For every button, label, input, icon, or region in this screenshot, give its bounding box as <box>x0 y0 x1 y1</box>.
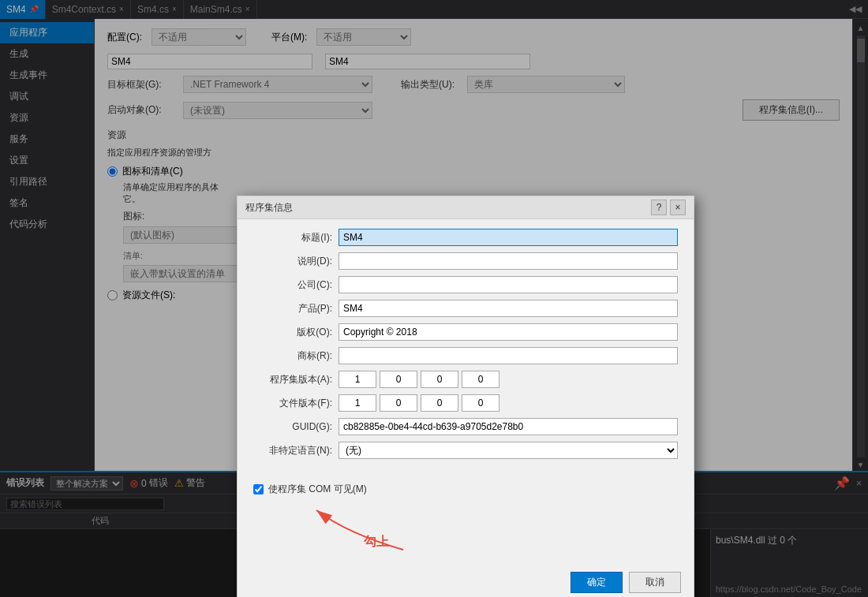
dialog-guid-row: GUID(G): <box>253 418 678 435</box>
file-version-inputs <box>339 394 678 412</box>
dialog-product-row: 产品(P): <box>253 300 678 317</box>
file-ver-build[interactable] <box>421 394 458 412</box>
assembly-ver-build[interactable] <box>421 371 458 388</box>
product-field-label: 产品(P): <box>253 302 332 315</box>
company-field-label: 公司(C): <box>253 278 332 292</box>
file-ver-revision[interactable] <box>462 394 499 412</box>
file-ver-major[interactable] <box>339 394 376 412</box>
dialog-title-row: 标题(I): <box>253 229 678 246</box>
assembly-ver-major[interactable] <box>339 371 376 388</box>
title-field-input[interactable] <box>339 229 678 246</box>
dialog-description-row: 说明(D): <box>253 252 678 270</box>
dialog-content: 标题(I): 说明(D): 公司(C): 产品(P): 版权(O): <box>238 219 694 475</box>
description-field-label: 说明(D): <box>253 255 332 268</box>
dialog-title: 程序集信息 <box>245 201 293 215</box>
cancel-button[interactable]: 取消 <box>629 572 681 593</box>
neutral-lang-select[interactable]: (无) <box>339 442 678 459</box>
dialog-help-button[interactable]: ? <box>651 200 667 215</box>
dialog-neutral-lang-row: 非特定语言(N): (无) <box>253 442 678 459</box>
product-field-input[interactable] <box>339 300 678 317</box>
dialog-titlebar: 程序集信息 ? × <box>238 196 694 219</box>
assembly-ver-revision[interactable] <box>462 371 499 388</box>
guid-field-input[interactable] <box>339 418 678 435</box>
dialog-close-button[interactable]: × <box>670 200 686 215</box>
assembly-version-inputs <box>339 371 678 388</box>
trademark-field-label: 商标(R): <box>253 349 332 363</box>
dialog-overlay: 程序集信息 ? × 标题(I): 说明(D): <box>0 0 868 597</box>
dialog-assembly-version-row: 程序集版本(A): <box>253 371 678 388</box>
ok-button[interactable]: 确定 <box>571 572 623 593</box>
copyright-field-label: 版权(O): <box>253 326 332 339</box>
assembly-info-dialog: 程序集信息 ? × 标题(I): 说明(D): <box>237 196 694 597</box>
com-visible-section: 使程序集 COM 可见(M) 勾上 <box>238 483 694 565</box>
dialog-trademark-row: 商标(R): <box>253 347 678 364</box>
company-field-input[interactable] <box>339 276 678 293</box>
title-field-label: 标题(I): <box>253 231 332 244</box>
dialog-company-row: 公司(C): <box>253 276 678 293</box>
assembly-ver-minor[interactable] <box>380 371 417 388</box>
file-version-label: 文件版本(F): <box>253 397 332 410</box>
copyright-field-input[interactable] <box>339 323 678 341</box>
guid-field-label: GUID(G): <box>253 421 332 432</box>
file-ver-minor[interactable] <box>380 394 417 412</box>
neutral-lang-label: 非特定语言(N): <box>253 444 332 457</box>
annotation-text: 勾上 <box>364 534 389 550</box>
dialog-file-version-row: 文件版本(F): <box>253 394 678 412</box>
assembly-version-label: 程序集版本(A): <box>253 373 332 386</box>
description-field-input[interactable] <box>339 252 678 270</box>
dialog-controls: ? × <box>651 200 686 215</box>
com-visible-checkbox[interactable] <box>253 484 264 494</box>
dialog-copyright-row: 版权(O): <box>253 323 678 341</box>
trademark-field-input[interactable] <box>339 347 678 364</box>
annotation-container: 勾上 <box>253 502 678 565</box>
dialog-footer: 确定 取消 <box>238 565 694 597</box>
